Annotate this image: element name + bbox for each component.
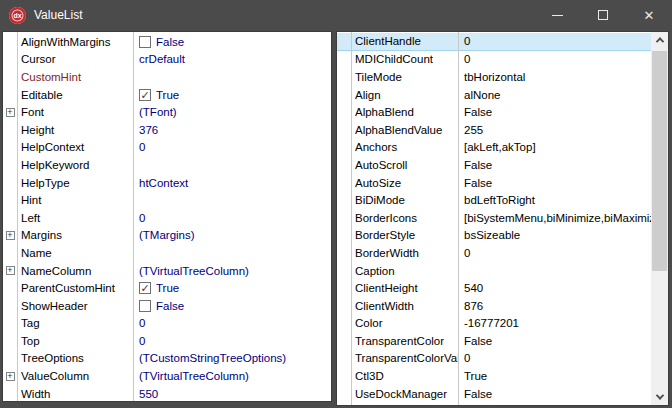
property-value[interactable]: 0 bbox=[133, 317, 331, 329]
property-value[interactable]: 0 bbox=[133, 212, 331, 224]
property-row[interactable]: MDIChildCount 0 bbox=[337, 51, 651, 69]
property-value[interactable]: (TMargins) bbox=[133, 229, 331, 241]
property-value[interactable]: 550 bbox=[133, 388, 331, 400]
property-row[interactable]: TransparentColorValue 0 bbox=[337, 350, 651, 368]
property-row[interactable]: Tag 0 bbox=[3, 315, 331, 333]
property-row[interactable]: ParentCustomHint ✓True bbox=[3, 279, 331, 297]
checkbox-unchecked-icon[interactable] bbox=[139, 36, 151, 48]
property-value[interactable]: 540 bbox=[458, 282, 651, 294]
titlebar[interactable]: dx ValueList ✕ bbox=[0, 0, 672, 30]
property-name: AlphaBlendValue bbox=[351, 124, 458, 136]
property-row[interactable]: ShowHeader False bbox=[3, 297, 331, 315]
property-row[interactable]: AlphaBlendValue 255 bbox=[337, 121, 651, 139]
property-row[interactable]: TileMode tbHorizontal bbox=[337, 68, 651, 86]
property-value-text: 540 bbox=[464, 282, 483, 294]
checkbox-checked-icon[interactable]: ✓ bbox=[139, 282, 151, 294]
property-name: TreeOptions bbox=[17, 352, 133, 364]
property-row[interactable]: Caption bbox=[337, 262, 651, 280]
expand-plus-icon[interactable]: + bbox=[6, 231, 15, 240]
property-value[interactable]: alNone bbox=[458, 89, 651, 101]
property-row[interactable]: Top 0 bbox=[3, 332, 331, 350]
property-value[interactable]: -16777201 bbox=[458, 317, 651, 329]
property-value[interactable]: tbHorizontal bbox=[458, 71, 651, 83]
property-value[interactable]: 0 bbox=[133, 335, 331, 347]
property-value[interactable]: 0 bbox=[133, 141, 331, 153]
property-row[interactable]: TreeOptions (TCustomStringTreeOptions) bbox=[3, 350, 331, 368]
property-row[interactable]: AlignWithMargins False bbox=[3, 33, 331, 51]
property-row[interactable]: Hint bbox=[3, 191, 331, 209]
property-row[interactable]: Height 376 bbox=[3, 121, 331, 139]
property-value[interactable]: 376 bbox=[133, 124, 331, 136]
expand-plus-icon[interactable]: + bbox=[6, 108, 15, 117]
maximize-button[interactable] bbox=[580, 0, 626, 30]
property-row[interactable]: BorderIcons [biSystemMenu,biMinimize,biM… bbox=[337, 209, 651, 227]
expand-plus-icon[interactable]: + bbox=[6, 266, 15, 275]
property-value[interactable]: False bbox=[458, 159, 651, 171]
property-row[interactable]: BiDiMode bdLeftToRight bbox=[337, 191, 651, 209]
close-button[interactable]: ✕ bbox=[626, 0, 672, 30]
property-value[interactable]: False bbox=[133, 36, 331, 48]
property-row[interactable]: HelpType htContext bbox=[3, 174, 331, 192]
property-name: Align bbox=[351, 89, 458, 101]
property-row[interactable]: BorderWidth 0 bbox=[337, 244, 651, 262]
property-row[interactable]: AutoSize False bbox=[337, 174, 651, 192]
property-row[interactable]: + ValueColumn (TVirtualTreeColumn) bbox=[3, 367, 331, 385]
checkbox-checked-icon[interactable]: ✓ bbox=[139, 89, 151, 101]
property-value[interactable]: ✓True bbox=[133, 282, 331, 294]
property-value[interactable]: bsSizeable bbox=[458, 229, 651, 241]
property-row[interactable]: CustomHint bbox=[3, 68, 331, 86]
property-row[interactable]: + NameColumn (TVirtualTreeColumn) bbox=[3, 262, 331, 280]
minimize-button[interactable] bbox=[534, 0, 580, 30]
property-value[interactable]: False bbox=[133, 300, 331, 312]
property-value[interactable]: 0 bbox=[458, 35, 651, 47]
property-value[interactable]: False bbox=[458, 335, 651, 347]
property-value[interactable]: True bbox=[458, 370, 651, 382]
property-row[interactable]: Cursor crDefault bbox=[3, 51, 331, 69]
property-row[interactable]: Color -16777201 bbox=[337, 315, 651, 333]
checkbox-unchecked-icon[interactable] bbox=[139, 300, 151, 312]
property-value[interactable]: [akLeft,akTop] bbox=[458, 141, 651, 153]
property-value[interactable]: False bbox=[458, 177, 651, 189]
property-row[interactable]: ClientHeight 540 bbox=[337, 279, 651, 297]
property-value[interactable]: 0 bbox=[458, 53, 651, 65]
property-row[interactable]: AutoScroll False bbox=[337, 156, 651, 174]
property-value[interactable]: bdLeftToRight bbox=[458, 194, 651, 206]
property-row[interactable]: Anchors [akLeft,akTop] bbox=[337, 139, 651, 157]
expand-plus-icon[interactable]: + bbox=[6, 372, 15, 381]
property-row[interactable]: HelpContext 0 bbox=[3, 139, 331, 157]
property-row[interactable]: UseDockManager False bbox=[337, 385, 651, 403]
property-row[interactable]: ClientWidth 876 bbox=[337, 297, 651, 315]
property-row[interactable]: Name bbox=[3, 244, 331, 262]
property-row[interactable]: BorderStyle bsSizeable bbox=[337, 227, 651, 245]
property-value[interactable]: (TVirtualTreeColumn) bbox=[133, 265, 331, 277]
property-value[interactable]: ✓True bbox=[133, 89, 331, 101]
property-value[interactable]: (TCustomStringTreeOptions) bbox=[133, 352, 331, 364]
property-value[interactable]: 255 bbox=[458, 124, 651, 136]
property-row[interactable]: + Margins (TMargins) bbox=[3, 227, 331, 245]
property-row[interactable]: Ctl3D True bbox=[337, 367, 651, 385]
property-row[interactable]: Align alNone bbox=[337, 86, 651, 104]
property-value[interactable]: (TFont) bbox=[133, 106, 331, 118]
scroll-down-button[interactable] bbox=[651, 389, 668, 404]
property-value[interactable]: False bbox=[458, 106, 651, 118]
scroll-up-button[interactable] bbox=[651, 32, 668, 47]
property-value[interactable]: 0 bbox=[458, 352, 651, 364]
property-value[interactable]: (TVirtualTreeColumn) bbox=[133, 370, 331, 382]
property-row[interactable]: Left 0 bbox=[3, 209, 331, 227]
property-value[interactable]: crDefault bbox=[133, 53, 331, 65]
property-value[interactable]: htContext bbox=[133, 177, 331, 189]
property-value[interactable]: [biSystemMenu,biMinimize,biMaximize] bbox=[458, 212, 651, 224]
scrollbar-thumb[interactable] bbox=[652, 51, 667, 271]
property-row[interactable]: Editable ✓True bbox=[3, 86, 331, 104]
property-value[interactable]: False bbox=[458, 388, 651, 400]
vertical-scrollbar[interactable] bbox=[651, 32, 668, 405]
property-row[interactable]: Width 550 bbox=[3, 385, 331, 403]
property-row[interactable]: HelpKeyword bbox=[3, 156, 331, 174]
property-value[interactable]: 0 bbox=[458, 247, 651, 259]
property-row[interactable]: AlphaBlend False bbox=[337, 103, 651, 121]
property-value[interactable]: 876 bbox=[458, 300, 651, 312]
property-row[interactable]: TransparentColor False bbox=[337, 332, 651, 350]
expander-cell: + bbox=[3, 108, 17, 117]
property-row[interactable]: ClientHandle 0 bbox=[337, 33, 651, 51]
property-row[interactable]: + Font (TFont) bbox=[3, 103, 331, 121]
